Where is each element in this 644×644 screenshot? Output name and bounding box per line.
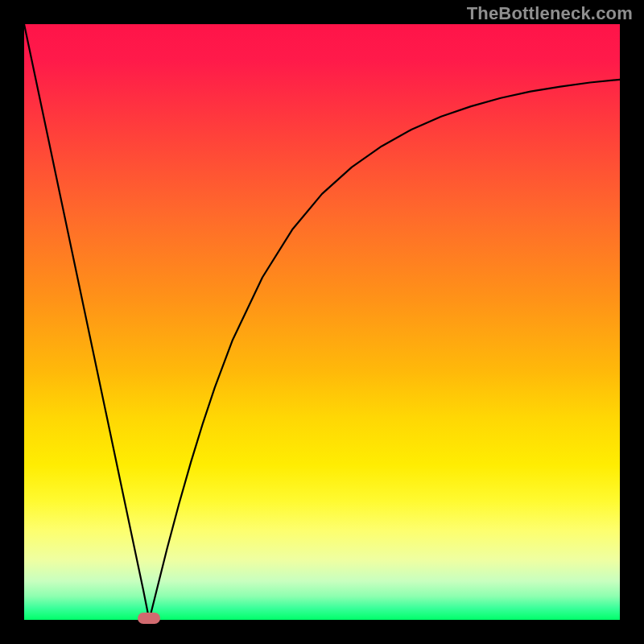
optimal-marker: [138, 613, 160, 624]
plot-area: [24, 24, 620, 620]
chart-frame: TheBottleneck.com: [0, 0, 644, 644]
watermark-text: TheBottleneck.com: [467, 3, 633, 24]
bottleneck-curve: [24, 24, 620, 620]
